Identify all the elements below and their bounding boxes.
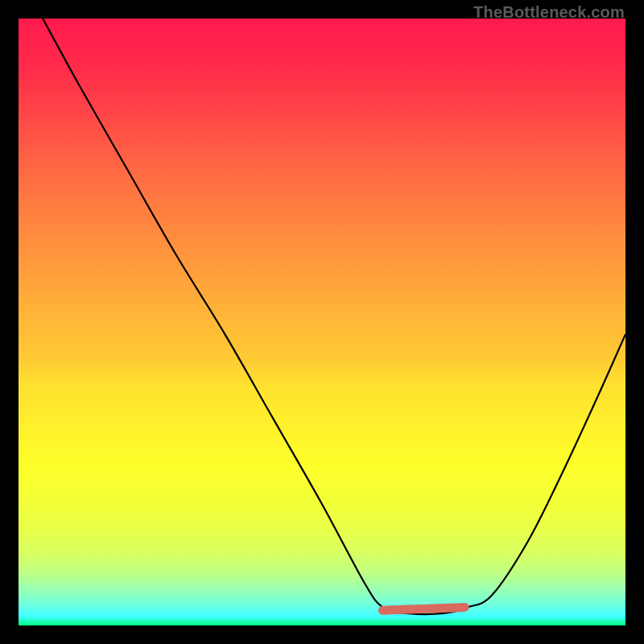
bottleneck-curve (43, 19, 625, 614)
plot-area (19, 19, 625, 625)
watermark-text: TheBottleneck.com (473, 3, 625, 22)
optimal-range-marker (382, 607, 464, 610)
optimal-point-dot (378, 606, 386, 614)
chart-svg (19, 19, 625, 625)
chart-frame: TheBottleneck.com (0, 0, 644, 644)
